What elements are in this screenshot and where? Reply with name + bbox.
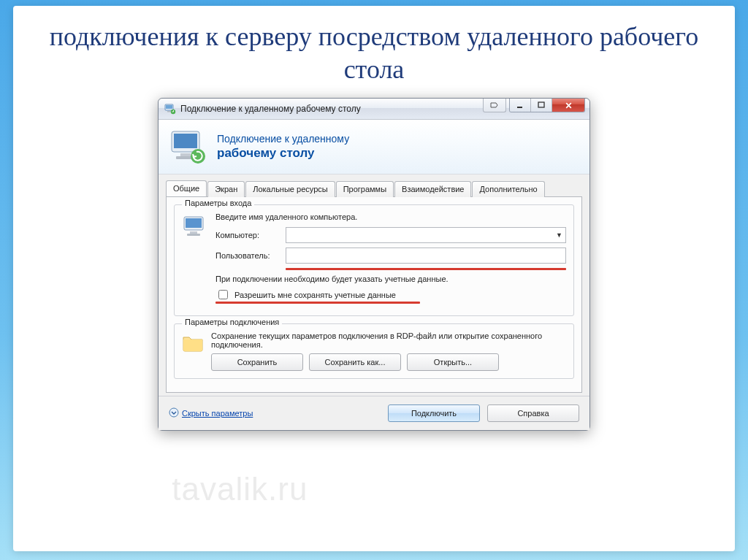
- chevron-down-icon: ▼: [556, 231, 562, 239]
- open-button[interactable]: Открыть...: [407, 353, 499, 371]
- titlebar[interactable]: Подключение к удаленному рабочему столу: [159, 99, 589, 120]
- hide-params-text: Скрыть параметры: [182, 409, 253, 418]
- allow-save-checkbox[interactable]: [218, 290, 228, 299]
- computer-label: Компьютер:: [215, 231, 286, 239]
- watermark: tavalik.ru: [172, 471, 308, 507]
- svg-rect-4: [517, 107, 522, 108]
- highlight-underline-user: [286, 268, 566, 270]
- banner-line1: Подключение к удаленному: [217, 133, 349, 146]
- folder-icon: [182, 333, 204, 352]
- highlight-underline-checkbox: [215, 302, 420, 304]
- svg-rect-2: [167, 111, 171, 112]
- tab-panel-general: Параметры входа: [166, 196, 582, 393]
- creds-note: При подключении необходимо будет указать…: [215, 275, 566, 283]
- slide-title: подключения к серверу посредством удален…: [13, 6, 735, 93]
- tab-programs[interactable]: Программы: [336, 181, 394, 197]
- close-button[interactable]: [552, 99, 584, 112]
- titlebar-text: Подключение к удаленному рабочему столу: [180, 104, 483, 114]
- login-group-title: Параметры входа: [182, 199, 254, 207]
- tab-experience[interactable]: Взаимодействие: [394, 181, 471, 197]
- dialog-footer: Скрыть параметры Подключить Справка: [159, 396, 589, 430]
- rdp-dialog: Подключение к удаленному рабочему столу: [158, 98, 590, 431]
- connect-button[interactable]: Подключить: [388, 404, 480, 422]
- collapse-icon: [169, 407, 179, 419]
- svg-rect-12: [186, 218, 202, 228]
- minimize-button[interactable]: [510, 99, 531, 112]
- tab-general[interactable]: Общие: [166, 180, 207, 196]
- slide-frame: подключения к серверу посредством удален…: [13, 6, 735, 551]
- user-field[interactable]: [286, 248, 566, 264]
- tabstrip: Общие Экран Локальные ресурсы Программы …: [166, 180, 582, 196]
- maximize-button[interactable]: [531, 99, 552, 112]
- login-settings-group: Параметры входа: [174, 204, 574, 316]
- save-as-button[interactable]: Сохранить как...: [309, 353, 401, 371]
- svg-rect-7: [174, 134, 197, 148]
- window-controls: [483, 99, 589, 119]
- conn-group-title: Параметры подключения: [182, 318, 282, 326]
- computer-small-icon: [182, 214, 208, 240]
- hide-params-link[interactable]: Скрыть параметры: [169, 407, 381, 419]
- connection-settings-group: Параметры подключения Сохранение текущих…: [174, 323, 574, 379]
- banner-line2: рабочему столу: [217, 145, 349, 161]
- svg-point-15: [169, 408, 178, 417]
- svg-rect-1: [166, 105, 172, 109]
- computer-combobox[interactable]: ▼: [286, 227, 566, 243]
- tab-advanced[interactable]: Дополнительно: [472, 181, 544, 197]
- login-instruction: Введите имя удаленного компьютера.: [215, 212, 566, 221]
- dialog-banner: Подключение к удаленному рабочему столу: [159, 120, 589, 174]
- help-button-footer[interactable]: Справка: [487, 404, 579, 422]
- help-button[interactable]: [483, 99, 506, 112]
- rdp-app-icon: [164, 103, 176, 115]
- allow-save-label: Разрешить мне сохранять учетные данные: [234, 291, 396, 299]
- conn-desc: Сохранение текущих параметров подключени…: [211, 331, 566, 349]
- svg-rect-14: [187, 234, 200, 236]
- computer-banner-icon: [169, 129, 208, 165]
- svg-rect-5: [538, 102, 544, 107]
- save-button[interactable]: Сохранить: [211, 353, 303, 371]
- user-label: Пользователь:: [215, 251, 286, 260]
- svg-rect-13: [190, 231, 197, 234]
- tab-display[interactable]: Экран: [207, 181, 245, 197]
- svg-rect-8: [180, 153, 191, 156]
- tab-local-resources[interactable]: Локальные ресурсы: [245, 181, 335, 197]
